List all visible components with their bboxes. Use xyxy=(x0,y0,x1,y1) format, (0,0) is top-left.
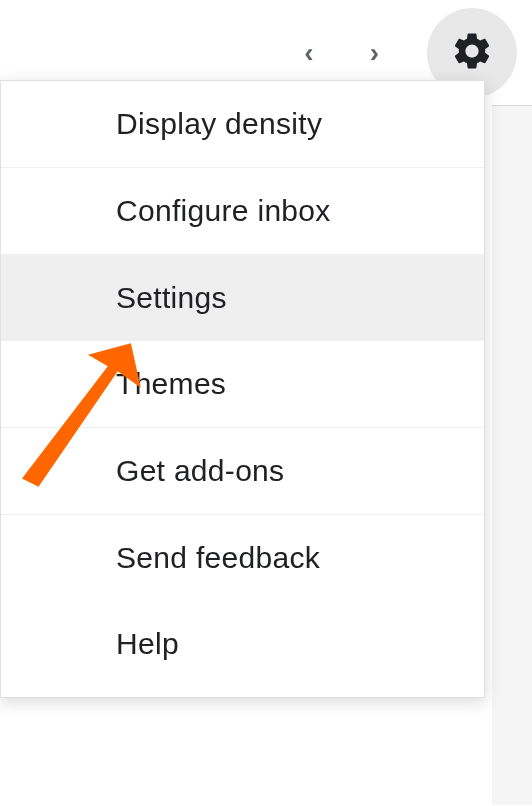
menu-item-themes[interactable]: Themes xyxy=(1,341,484,427)
menu-item-get-addons[interactable]: Get add-ons xyxy=(1,428,484,514)
menu-group: Configure inbox xyxy=(1,168,484,255)
menu-item-send-feedback[interactable]: Send feedback xyxy=(1,515,484,601)
menu-item-help[interactable]: Help xyxy=(1,601,484,687)
menu-group: Display density xyxy=(1,81,484,168)
settings-dropdown-menu: Display density Configure inbox Settings… xyxy=(0,80,485,698)
menu-group: Get add-ons xyxy=(1,428,484,515)
menu-item-display-density[interactable]: Display density xyxy=(1,81,484,167)
menu-group: Settings xyxy=(1,255,484,341)
top-bar: ‹ › xyxy=(0,0,532,90)
menu-item-settings[interactable]: Settings xyxy=(1,255,484,341)
nav-next-button[interactable]: › xyxy=(362,29,387,77)
nav-prev-button[interactable]: ‹ xyxy=(296,29,321,77)
background-strip xyxy=(492,105,532,805)
gear-icon xyxy=(450,29,494,77)
menu-group: Send feedback Help xyxy=(1,515,484,697)
menu-item-configure-inbox[interactable]: Configure inbox xyxy=(1,168,484,254)
menu-group: Themes xyxy=(1,341,484,428)
